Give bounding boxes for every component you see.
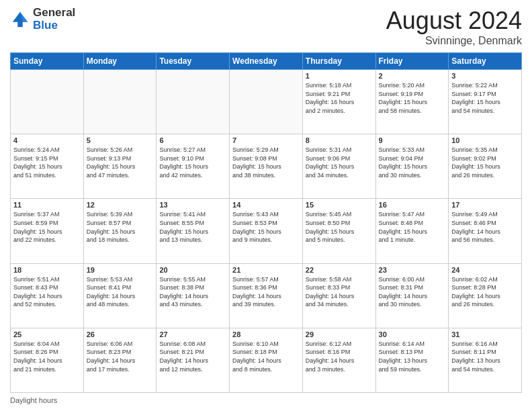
day-number: 16 xyxy=(379,201,446,209)
calendar-cell: 15Sunrise: 5:45 AM Sunset: 8:50 PM Dayli… xyxy=(302,199,375,263)
day-number: 29 xyxy=(306,330,373,338)
day-number: 23 xyxy=(379,266,446,274)
calendar-cell: 27Sunrise: 6:08 AM Sunset: 8:21 PM Dayli… xyxy=(157,328,230,392)
day-info: Sunrise: 5:58 AM Sunset: 8:33 PM Dayligh… xyxy=(306,275,373,309)
day-info: Sunrise: 5:53 AM Sunset: 8:41 PM Dayligh… xyxy=(87,275,154,309)
col-friday: Friday xyxy=(375,53,449,70)
col-tuesday: Tuesday xyxy=(157,53,230,70)
day-info: Sunrise: 6:04 AM Sunset: 8:26 PM Dayligh… xyxy=(13,340,81,373)
calendar-cell: 5Sunrise: 5:26 AM Sunset: 9:13 PM Daylig… xyxy=(83,134,157,199)
day-number: 12 xyxy=(87,201,154,209)
location: Svinninge, Denmark xyxy=(386,35,522,47)
col-saturday: Saturday xyxy=(449,53,522,70)
day-info: Sunrise: 5:39 AM Sunset: 8:57 PM Dayligh… xyxy=(87,210,154,244)
day-info: Sunrise: 6:06 AM Sunset: 8:23 PM Dayligh… xyxy=(87,340,154,373)
logo-general: General xyxy=(33,7,75,19)
day-number: 10 xyxy=(451,136,519,144)
calendar-table: Sunday Monday Tuesday Wednesday Thursday… xyxy=(10,52,522,393)
day-info: Sunrise: 5:37 AM Sunset: 8:59 PM Dayligh… xyxy=(13,210,81,244)
day-number: 13 xyxy=(159,201,226,209)
day-number: 8 xyxy=(306,136,373,144)
header: General Blue August 2024 Svinninge, Denm… xyxy=(10,7,522,47)
day-number: 3 xyxy=(451,72,519,80)
day-info: Sunrise: 6:14 AM Sunset: 8:13 PM Dayligh… xyxy=(379,340,446,373)
calendar-cell: 13Sunrise: 5:41 AM Sunset: 8:55 PM Dayli… xyxy=(157,199,230,263)
day-info: Sunrise: 5:26 AM Sunset: 9:13 PM Dayligh… xyxy=(87,146,154,179)
calendar-cell: 17Sunrise: 5:49 AM Sunset: 8:46 PM Dayli… xyxy=(449,199,522,263)
day-info: Sunrise: 6:00 AM Sunset: 8:31 PM Dayligh… xyxy=(379,275,446,309)
day-info: Sunrise: 5:47 AM Sunset: 8:48 PM Dayligh… xyxy=(379,210,446,244)
day-info: Sunrise: 5:35 AM Sunset: 9:02 PM Dayligh… xyxy=(451,146,519,179)
day-info: Sunrise: 5:41 AM Sunset: 8:55 PM Dayligh… xyxy=(159,210,226,244)
day-info: Sunrise: 5:33 AM Sunset: 9:04 PM Dayligh… xyxy=(379,146,446,179)
day-info: Sunrise: 5:18 AM Sunset: 9:21 PM Dayligh… xyxy=(306,81,373,115)
calendar-cell: 23Sunrise: 6:00 AM Sunset: 8:31 PM Dayli… xyxy=(375,263,449,328)
calendar-cell: 9Sunrise: 5:33 AM Sunset: 9:04 PM Daylig… xyxy=(375,134,449,199)
day-info: Sunrise: 5:29 AM Sunset: 9:08 PM Dayligh… xyxy=(232,146,300,179)
day-info: Sunrise: 5:45 AM Sunset: 8:50 PM Dayligh… xyxy=(306,210,373,244)
day-number: 30 xyxy=(379,330,446,338)
col-sunday: Sunday xyxy=(11,53,84,70)
calendar-cell: 4Sunrise: 5:24 AM Sunset: 9:15 PM Daylig… xyxy=(11,134,84,199)
day-number: 28 xyxy=(232,330,300,338)
calendar-cell: 19Sunrise: 5:53 AM Sunset: 8:41 PM Dayli… xyxy=(83,263,157,328)
calendar-cell: 22Sunrise: 5:58 AM Sunset: 8:33 PM Dayli… xyxy=(302,263,375,328)
calendar-cell: 10Sunrise: 5:35 AM Sunset: 9:02 PM Dayli… xyxy=(449,134,522,199)
day-number: 17 xyxy=(451,201,519,209)
calendar-cell: 21Sunrise: 5:57 AM Sunset: 8:36 PM Dayli… xyxy=(230,263,303,328)
logo-text: General Blue xyxy=(33,7,75,32)
col-thursday: Thursday xyxy=(302,53,375,70)
daylight-label: Daylight hours xyxy=(10,396,57,404)
calendar-body: 1Sunrise: 5:18 AM Sunset: 9:21 PM Daylig… xyxy=(11,70,522,393)
calendar-cell: 24Sunrise: 6:02 AM Sunset: 8:28 PM Dayli… xyxy=(449,263,522,328)
day-info: Sunrise: 5:51 AM Sunset: 8:43 PM Dayligh… xyxy=(13,275,81,309)
calendar-cell: 28Sunrise: 6:10 AM Sunset: 8:18 PM Dayli… xyxy=(230,328,303,392)
calendar-cell: 1Sunrise: 5:18 AM Sunset: 9:21 PM Daylig… xyxy=(302,70,375,134)
day-info: Sunrise: 6:12 AM Sunset: 8:16 PM Dayligh… xyxy=(306,340,373,373)
calendar-cell: 2Sunrise: 5:20 AM Sunset: 9:19 PM Daylig… xyxy=(375,70,449,134)
day-info: Sunrise: 6:16 AM Sunset: 8:11 PM Dayligh… xyxy=(451,340,519,373)
day-number: 24 xyxy=(451,266,519,274)
day-number: 25 xyxy=(13,330,81,338)
day-info: Sunrise: 6:08 AM Sunset: 8:21 PM Dayligh… xyxy=(159,340,226,373)
day-info: Sunrise: 6:02 AM Sunset: 8:28 PM Dayligh… xyxy=(451,275,519,309)
calendar-week-3: 18Sunrise: 5:51 AM Sunset: 8:43 PM Dayli… xyxy=(11,263,522,328)
day-number: 9 xyxy=(379,136,446,144)
calendar-cell: 16Sunrise: 5:47 AM Sunset: 8:48 PM Dayli… xyxy=(375,199,449,263)
calendar-cell: 3Sunrise: 5:22 AM Sunset: 9:17 PM Daylig… xyxy=(449,70,522,134)
calendar-cell xyxy=(157,70,230,134)
calendar-cell xyxy=(230,70,303,134)
day-info: Sunrise: 5:55 AM Sunset: 8:38 PM Dayligh… xyxy=(159,275,226,309)
calendar-cell: 6Sunrise: 5:27 AM Sunset: 9:10 PM Daylig… xyxy=(157,134,230,199)
title-block: August 2024 Svinninge, Denmark xyxy=(386,7,522,47)
calendar-cell: 30Sunrise: 6:14 AM Sunset: 8:13 PM Dayli… xyxy=(375,328,449,392)
month-title: August 2024 xyxy=(386,7,522,35)
col-wednesday: Wednesday xyxy=(230,53,303,70)
day-info: Sunrise: 5:31 AM Sunset: 9:06 PM Dayligh… xyxy=(306,146,373,179)
calendar-week-1: 4Sunrise: 5:24 AM Sunset: 9:15 PM Daylig… xyxy=(11,134,522,199)
day-number: 7 xyxy=(232,136,300,144)
logo-icon xyxy=(10,9,30,30)
day-info: Sunrise: 5:27 AM Sunset: 9:10 PM Dayligh… xyxy=(159,146,226,179)
page: General Blue August 2024 Svinninge, Denm… xyxy=(0,0,532,411)
calendar-week-0: 1Sunrise: 5:18 AM Sunset: 9:21 PM Daylig… xyxy=(11,70,522,134)
day-number: 19 xyxy=(87,266,154,274)
day-number: 22 xyxy=(306,266,373,274)
calendar-cell: 20Sunrise: 5:55 AM Sunset: 8:38 PM Dayli… xyxy=(157,263,230,328)
calendar-cell: 31Sunrise: 6:16 AM Sunset: 8:11 PM Dayli… xyxy=(449,328,522,392)
day-info: Sunrise: 5:49 AM Sunset: 8:46 PM Dayligh… xyxy=(451,210,519,244)
calendar-header-row: Sunday Monday Tuesday Wednesday Thursday… xyxy=(11,53,522,70)
day-number: 18 xyxy=(13,266,81,274)
day-number: 14 xyxy=(232,201,300,209)
day-info: Sunrise: 5:20 AM Sunset: 9:19 PM Dayligh… xyxy=(379,81,446,115)
day-number: 6 xyxy=(159,136,226,144)
day-number: 5 xyxy=(87,136,154,144)
calendar-cell xyxy=(11,70,84,134)
day-number: 4 xyxy=(13,136,81,144)
day-number: 15 xyxy=(306,201,373,209)
day-info: Sunrise: 5:22 AM Sunset: 9:17 PM Dayligh… xyxy=(451,81,519,115)
logo: General Blue xyxy=(10,7,75,32)
calendar-cell: 7Sunrise: 5:29 AM Sunset: 9:08 PM Daylig… xyxy=(230,134,303,199)
day-number: 2 xyxy=(379,72,446,80)
day-number: 21 xyxy=(232,266,300,274)
